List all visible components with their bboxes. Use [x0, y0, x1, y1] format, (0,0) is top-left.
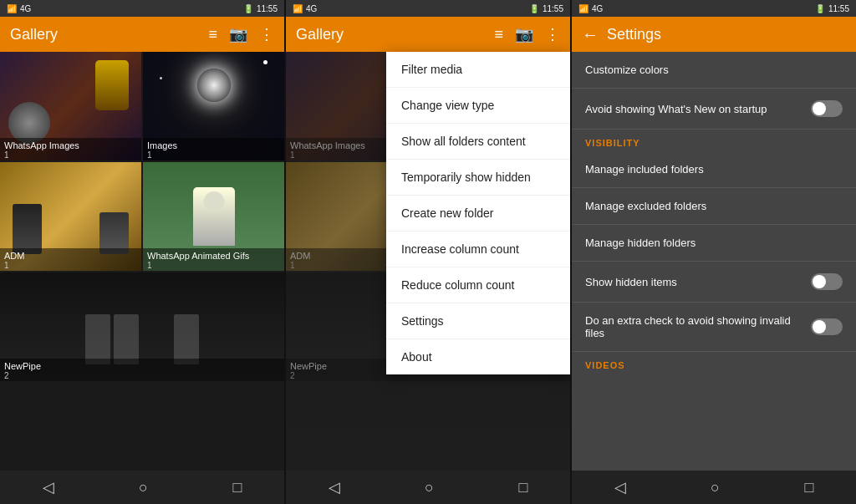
panel-settings: 📶 4G 🔋 11:55 ← Settings Customize colors… — [572, 0, 856, 504]
status-bar-1: 📶 4G 🔋 11:55 — [0, 0, 284, 17]
back-nav-icon-3[interactable]: ◁ — [614, 478, 626, 496]
gallery-item-label: WhatsApp Images 1 — [0, 138, 141, 160]
status-bar-3: 📶 4G 🔋 11:55 — [572, 0, 856, 17]
camera-icon[interactable]: 📷 — [229, 25, 247, 43]
settings-label-included: Manage included folders — [585, 163, 843, 176]
network-type-1: 4G — [20, 4, 31, 13]
toggle-show-hidden[interactable] — [811, 273, 843, 290]
battery-icon-3: 🔋 — [815, 4, 825, 13]
status-right-1: 🔋 11:55 — [243, 4, 278, 13]
status-left-1: 📶 4G — [7, 4, 31, 13]
network-icon-2: 📶 — [293, 4, 303, 13]
gallery-item-label: NewPipe 2 — [0, 359, 284, 381]
recent-nav-icon-3[interactable]: □ — [804, 479, 813, 496]
menu-item-temp-show-hidden[interactable]: Temporarily show hidden — [386, 160, 570, 196]
menu-item-filter-media[interactable]: Filter media — [386, 52, 570, 88]
settings-item-customize-colors[interactable]: Customize colors — [572, 52, 856, 89]
camera-icon-2[interactable]: 📷 — [515, 25, 533, 43]
status-right-2: 🔋 11:55 — [529, 4, 563, 13]
recent-nav-icon-2[interactable]: □ — [518, 479, 527, 496]
battery-icon-1: 🔋 — [243, 4, 253, 13]
menu-item-show-all-folders[interactable]: Show all folders content — [386, 124, 570, 160]
settings-label-hidden-folders: Manage hidden folders — [585, 237, 843, 249]
gallery-item-label: Images 1 — [143, 138, 284, 160]
list-item[interactable]: NewPipe 2 — [0, 272, 284, 381]
toggle-whats-new[interactable] — [811, 100, 843, 117]
toggle-extra-check[interactable] — [811, 318, 843, 335]
filter-icon[interactable]: ≡ — [208, 26, 217, 43]
gallery-grid-1: WhatsApp Images 1 Images 1 ADM 1 — [0, 52, 284, 471]
network-icon-1: 📶 — [7, 4, 17, 13]
settings-item-extra-check[interactable]: Do an extra check to avoid showing inval… — [572, 303, 856, 352]
gallery-title-1: Gallery — [10, 26, 208, 43]
settings-item-whats-new[interactable]: Avoid showing What's New on startup — [572, 89, 856, 130]
top-bar-1: Gallery ≡ 📷 ⋮ — [0, 17, 284, 52]
settings-label-whats-new: Avoid showing What's New on startup — [585, 103, 811, 115]
gallery-title-2: Gallery — [296, 26, 494, 43]
settings-label-customize: Customize colors — [585, 64, 843, 76]
gallery-item-count: 2 — [4, 371, 280, 380]
status-bar-2: 📶 4G 🔋 11:55 — [286, 0, 570, 17]
panel-gallery-2: 📶 4G 🔋 11:55 Gallery ≡ 📷 ⋮ WhatsApp Imag… — [286, 0, 570, 504]
menu-item-settings[interactable]: Settings — [386, 303, 570, 339]
menu-item-create-folder[interactable]: Create new folder — [386, 196, 570, 232]
recent-nav-icon[interactable]: □ — [232, 479, 242, 496]
filter-icon-2[interactable]: ≡ — [494, 26, 503, 43]
dropdown-menu: Filter media Change view type Show all f… — [386, 52, 570, 374]
settings-item-excluded-folders[interactable]: Manage excluded folders — [572, 188, 856, 225]
settings-label-extra-check: Do an extra check to avoid showing inval… — [585, 314, 811, 339]
gallery-item-name: WhatsApp Images — [4, 140, 137, 150]
time-2: 11:55 — [543, 4, 563, 13]
back-button[interactable]: ← — [582, 25, 599, 44]
home-nav-icon-2[interactable]: ○ — [425, 479, 434, 496]
section-label-visibility: VISIBILITY — [572, 130, 856, 151]
gallery-item-label: ADM 1 — [0, 248, 141, 271]
nav-bar-1: ◁ ○ □ — [0, 471, 284, 504]
menu-item-increase-col[interactable]: Increase column count — [386, 232, 570, 267]
gallery-item-count: 1 — [147, 150, 280, 160]
nav-bar-2: ◁ ○ □ — [286, 471, 570, 504]
more-icon-2[interactable]: ⋮ — [545, 25, 560, 43]
network-icon-3: 📶 — [578, 4, 588, 13]
status-left-2: 📶 4G — [293, 4, 317, 13]
more-icon[interactable]: ⋮ — [259, 25, 274, 43]
settings-label-show-hidden: Show hidden items — [585, 276, 811, 288]
settings-label-excluded: Manage excluded folders — [585, 200, 843, 212]
status-right-3: 🔋 11:55 — [815, 4, 849, 13]
network-type-2: 4G — [306, 4, 317, 13]
menu-item-change-view[interactable]: Change view type — [386, 88, 570, 124]
network-type-3: 4G — [592, 4, 603, 13]
back-nav-icon[interactable]: ◁ — [43, 478, 54, 496]
gallery-item-name: WhatsApp Animated Gifs — [147, 251, 280, 261]
status-left-3: 📶 4G — [578, 4, 603, 13]
gallery-item-name: ADM — [4, 251, 137, 261]
gallery-item-count: 1 — [4, 261, 137, 270]
panel-gallery-1: 📶 4G 🔋 11:55 Gallery ≡ 📷 ⋮ WhatsApp Imag… — [0, 0, 284, 504]
settings-content: Customize colors Avoid showing What's Ne… — [572, 52, 856, 471]
top-bar-icons-1: ≡ 📷 ⋮ — [208, 25, 274, 43]
menu-item-reduce-col[interactable]: Reduce column count — [386, 267, 570, 303]
gallery-item-name: Images — [147, 140, 280, 150]
battery-icon-2: 🔋 — [529, 4, 539, 13]
list-item[interactable]: Images 1 — [143, 52, 284, 160]
list-item[interactable]: WhatsApp Images 1 — [0, 52, 141, 160]
top-bar-2: Gallery ≡ 📷 ⋮ — [286, 17, 570, 52]
settings-item-show-hidden[interactable]: Show hidden items — [572, 262, 856, 303]
settings-title: Settings — [607, 26, 846, 43]
back-nav-icon-2[interactable]: ◁ — [329, 478, 340, 496]
section-label-videos: VIDEOS — [572, 352, 856, 374]
gallery-item-count: 1 — [4, 150, 137, 160]
settings-item-included-folders[interactable]: Manage included folders — [572, 151, 856, 188]
gallery-item-label: WhatsApp Animated Gifs 1 — [143, 248, 284, 271]
list-item[interactable]: ADM 1 — [0, 162, 141, 271]
list-item[interactable]: WhatsApp Animated Gifs 1 — [143, 162, 284, 271]
home-nav-icon-3[interactable]: ○ — [711, 479, 720, 496]
settings-item-hidden-folders[interactable]: Manage hidden folders — [572, 225, 856, 262]
nav-bar-3: ◁ ○ □ — [572, 471, 856, 504]
top-bar-icons-2: ≡ 📷 ⋮ — [494, 25, 560, 43]
time-1: 11:55 — [257, 4, 278, 13]
gallery-item-name: NewPipe — [4, 361, 280, 371]
home-nav-icon[interactable]: ○ — [139, 479, 148, 496]
menu-item-about[interactable]: About — [386, 339, 570, 374]
gallery-item-count: 1 — [147, 261, 280, 270]
